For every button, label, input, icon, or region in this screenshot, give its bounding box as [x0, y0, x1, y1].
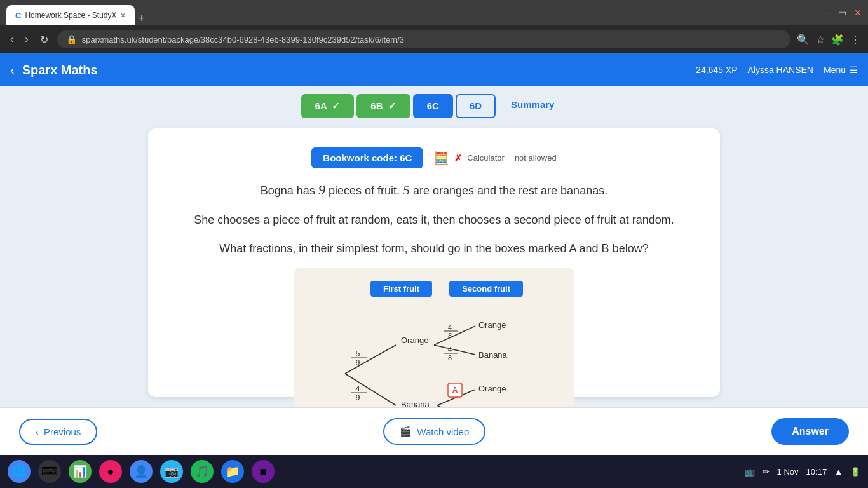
svg-text:5: 5 [356, 349, 360, 358]
taskbar-chrome-icon[interactable]: 🌐 [8, 460, 31, 483]
taskbar-files-icon[interactable]: 📁 [221, 460, 244, 483]
diagram-headers: First fruit Second fruit [307, 281, 561, 297]
taskbar-notification-icon: 📺 [745, 467, 755, 477]
tab-6C-label: 6C [427, 100, 439, 111]
back-nav-button[interactable]: ‹ [8, 31, 16, 48]
video-icon: 🎬 [400, 426, 412, 437]
window-controls-right: ─ ▭ ✕ [824, 8, 862, 18]
tab-title: Homework Space - StudyX [25, 11, 116, 20]
browser-action-icons: 🔍 ☆ 🧩 ⋮ [797, 34, 860, 46]
question-line3: What fractions, in their simplest form, … [219, 240, 648, 258]
taskbar-camera-icon[interactable]: 📷 [160, 460, 183, 483]
minimize-button[interactable]: ─ [824, 8, 831, 18]
watch-video-button[interactable]: 🎬 Watch video [383, 418, 485, 445]
previous-button[interactable]: ‹ Previous [19, 419, 97, 445]
tab-6B-label: 6B [370, 100, 383, 111]
question-card: Bookwork code: 6C 🧮 ✗ Calculator not all… [148, 128, 720, 397]
taskbar-spotify-icon[interactable]: 🎵 [191, 460, 214, 483]
taskbar-sheets-icon[interactable]: 📊 [69, 460, 92, 483]
question-line2: She chooses a piece of fruit at random, … [194, 211, 674, 229]
tab-close-button[interactable]: × [120, 10, 125, 20]
calculator-label: Calculator [467, 153, 505, 163]
svg-text:4: 4 [448, 323, 452, 331]
taskbar: 🌐 ⌨ 📊 ● 👤 📷 🎵 📁 ■ 📺 ✏ 1 Nov 10:17 ▲ 🔋 [0, 455, 868, 488]
taskbar-date: 1 Nov [777, 467, 799, 477]
tab-6D-label: 6D [470, 100, 482, 111]
tab-favicon: C [15, 11, 21, 20]
svg-text:A: A [452, 386, 458, 395]
tab-6A-check: ✓ [332, 100, 340, 111]
tab-6B[interactable]: 6B ✓ [356, 94, 410, 118]
taskbar-right: 📺 ✏ 1 Nov 10:17 ▲ 🔋 [745, 467, 860, 477]
taskbar-terminal-icon[interactable]: ⌨ [38, 460, 61, 483]
svg-line-9 [434, 326, 475, 345]
taskbar-app3-icon[interactable]: ■ [252, 460, 275, 483]
calculator-info: 🧮 ✗ Calculator not allowed [433, 151, 556, 166]
svg-text:Orange: Orange [401, 336, 428, 345]
svg-text:Banana: Banana [478, 350, 508, 360]
svg-text:9: 9 [356, 393, 360, 402]
tab-6C[interactable]: 6C [413, 94, 453, 118]
menu-label: Menu [824, 65, 846, 75]
user-name: Alyssa HANSEN [748, 65, 813, 75]
svg-text:Orange: Orange [478, 384, 506, 393]
taskbar-app2-icon[interactable]: ● [99, 460, 122, 483]
calculator-status: not allowed [515, 153, 557, 163]
tab-bar: C Homework Space - StudyX × + [6, 0, 149, 25]
svg-text:8: 8 [448, 332, 452, 339]
tree-diagram-svg: 5 9 4 9 Orange 4 8 4 8 [307, 307, 548, 407]
menu-button[interactable]: Menu ☰ [824, 65, 858, 75]
app-logo: Sparx Maths [22, 63, 696, 78]
bookwork-code-badge: Bookwork code: 6C [311, 147, 423, 168]
taskbar-time: 10:17 [806, 467, 827, 477]
forward-nav-button[interactable]: › [22, 31, 31, 48]
task-tab-bar: 6A ✓ 6B ✓ 6C 6D Summary [0, 86, 868, 118]
first-fruit-header: First fruit [370, 281, 432, 297]
svg-line-21 [437, 405, 475, 407]
watch-label: Watch video [417, 426, 469, 437]
bookmark-icon[interactable]: ☆ [816, 34, 825, 46]
tab-6D[interactable]: 6D [456, 94, 496, 118]
answer-button[interactable]: Answer [771, 418, 849, 445]
header-right: 24,645 XP Alyssa HANSEN Menu ☰ [696, 65, 858, 75]
probability-diagram: First fruit Second fruit 5 9 4 9 Orange [294, 268, 574, 407]
app-back-button[interactable]: ‹ [10, 63, 15, 78]
url-text: sparxmaths.uk/student/package/38cc34b0-6… [82, 35, 404, 44]
taskbar-battery-icon: 🔋 [850, 467, 860, 477]
calculator-icon: 🧮 [433, 151, 449, 166]
tab-6A[interactable]: 6A ✓ [301, 94, 355, 118]
tab-summary[interactable]: Summary [498, 94, 567, 118]
browser-chrome: C Homework Space - StudyX × + ─ ▭ ✕ [0, 0, 868, 25]
menu-icon[interactable]: ⋮ [850, 34, 860, 46]
svg-text:4: 4 [356, 384, 360, 393]
close-window-button[interactable]: ✕ [854, 8, 862, 18]
question-line1: Bogna has 9 pieces of fruit. 5 are orang… [261, 179, 607, 201]
app-header: ‹ Sparx Maths 24,645 XP Alyssa HANSEN Me… [0, 53, 868, 86]
search-icon[interactable]: 🔍 [797, 34, 810, 46]
svg-text:9: 9 [356, 358, 360, 367]
previous-label: Previous [44, 426, 81, 437]
hamburger-icon: ☰ [850, 65, 858, 75]
tab-6A-label: 6A [315, 100, 327, 111]
taskbar-pen-icon: ✏ [763, 467, 770, 477]
refresh-button[interactable]: ↻ [37, 31, 51, 48]
second-fruit-header: Second fruit [449, 281, 523, 297]
address-bar: ‹ › ↻ 🔒 sparxmaths.uk/student/package/38… [0, 25, 868, 53]
window-controls-left: C Homework Space - StudyX × + [6, 0, 149, 25]
main-content: Bookwork code: 6C 🧮 ✗ Calculator not all… [0, 118, 868, 407]
calculator-not-allowed-icon: ✗ [454, 153, 462, 163]
svg-text:8: 8 [448, 354, 452, 362]
prev-arrow-icon: ‹ [36, 426, 39, 437]
maximize-button[interactable]: ▭ [838, 8, 846, 18]
svg-text:Banana: Banana [401, 400, 430, 407]
extension-icon[interactable]: 🧩 [831, 34, 844, 46]
add-tab-button[interactable]: + [135, 12, 149, 25]
xp-display: 24,645 XP [696, 65, 737, 75]
taskbar-wifi-icon: ▲ [834, 467, 843, 477]
active-tab[interactable]: C Homework Space - StudyX × [6, 5, 135, 25]
svg-text:4: 4 [448, 346, 452, 353]
svg-text:Orange: Orange [478, 320, 506, 330]
url-bar[interactable]: 🔒 sparxmaths.uk/student/package/38cc34b0… [57, 30, 790, 48]
bookwork-row: Bookwork code: 6C 🧮 ✗ Calculator not all… [311, 147, 556, 168]
taskbar-meet-icon[interactable]: 👤 [130, 460, 153, 483]
